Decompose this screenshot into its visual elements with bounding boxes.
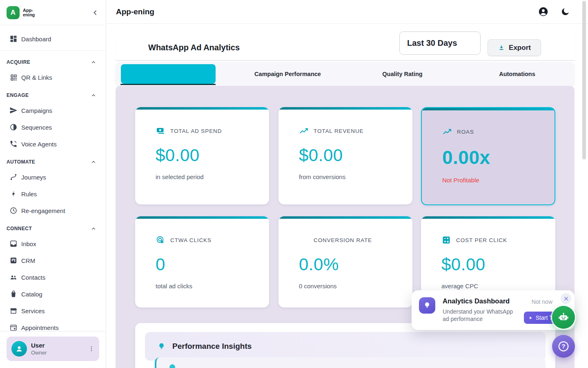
stat-caption: Not Profitable (442, 177, 555, 184)
ads-click-icon (156, 235, 165, 245)
chatbot-fab[interactable] (552, 306, 575, 329)
stat-label: CONVERSION RATE (314, 237, 372, 243)
tab-quality-rating[interactable]: Quality Rating (345, 62, 460, 86)
toast-body: Understand your WhatsApp ad performance (443, 308, 513, 323)
play-icon (528, 316, 533, 320)
onboarding-toast: Analytics Dashboard Understand your What… (412, 290, 575, 330)
date-range-select[interactable]: Last 30 Days (399, 31, 481, 55)
sidebar-logo-row: A App- ening (0, 0, 106, 25)
dashboard-icon (9, 34, 18, 43)
stat-value: $0.00 (299, 146, 412, 165)
moon-icon[interactable] (560, 7, 570, 17)
stat-caption: average CPC (441, 283, 555, 289)
sidebar: A App- ening Dashboard ACQUIRE QR & Lin (0, 0, 106, 368)
stat-value: 0.00x (442, 146, 555, 168)
insight-item (155, 357, 546, 368)
user-role: Owner (31, 350, 47, 356)
help-fab[interactable]: ? (552, 335, 575, 358)
inbox-icon (9, 239, 18, 248)
robot-icon (557, 311, 570, 323)
user-meta: User Owner (31, 342, 47, 356)
card-top-strip (278, 107, 412, 110)
sidebar-item-contacts[interactable]: Contacts (0, 269, 106, 285)
topbar-title: App-ening (116, 7, 154, 16)
sidebar-item-sequences[interactable]: Sequences (0, 119, 106, 135)
trending-up-icon (299, 126, 309, 136)
export-button[interactable]: Export (488, 39, 541, 56)
card-top-strip (135, 216, 269, 219)
card-top-strip (278, 216, 412, 219)
stat-caption: 0 conversions (299, 283, 412, 289)
calculate-icon (441, 235, 451, 245)
people-icon (9, 273, 18, 282)
more-vert-icon[interactable] (88, 345, 95, 352)
sidebar-collapse-icon[interactable] (91, 9, 99, 17)
not-now-button[interactable]: Not now (532, 298, 552, 305)
svg-text:?: ? (561, 343, 565, 350)
user-card[interactable]: User Owner (7, 337, 99, 361)
phone-icon (9, 139, 18, 148)
payments-icon (156, 126, 165, 136)
toast-lightbulb-badge (419, 297, 435, 314)
card-top-strip (135, 107, 269, 110)
sidebar-item-dashboard[interactable]: Dashboard (0, 31, 106, 47)
app-logo-text: App- ening (23, 8, 35, 17)
sidebar-section-automate[interactable]: AUTOMATE (0, 157, 106, 167)
card-top-strip (421, 216, 555, 219)
page-title: WhatsApp Ad Analytics (148, 43, 240, 52)
close-icon[interactable] (561, 293, 571, 304)
tab-active-underline (120, 84, 216, 85)
sidebar-section-engage[interactable]: ENGAGE (0, 90, 106, 100)
stat-value: $0.00 (156, 146, 269, 165)
chevron-up-icon (90, 225, 97, 232)
conversion-rate-icon-placeholder (299, 235, 309, 245)
avatar (11, 341, 27, 357)
tab-overview[interactable] (116, 62, 230, 86)
sidebar-item-services[interactable]: Services (0, 303, 106, 319)
stat-label: ROAS (457, 129, 474, 135)
route-icon (9, 173, 18, 182)
sidebar-footer: User Owner (0, 331, 106, 368)
stat-label: TOTAL AD SPEND (170, 128, 222, 134)
lightbulb-icon (423, 301, 431, 310)
scrollbar-thumb[interactable] (582, 1, 586, 159)
person-icon (14, 344, 24, 354)
sidebar-item-crm[interactable]: CRM (0, 252, 106, 269)
tab-automations[interactable]: Automations (460, 62, 575, 86)
sidebar-item-inbox[interactable]: Inbox (0, 236, 106, 252)
question-mark-icon: ? (557, 340, 570, 352)
stat-caption: in selected period (156, 173, 269, 180)
sidebar-item-re-engagement[interactable]: Re-engagement (0, 202, 106, 219)
stat-label: CTWA CLICKS (170, 237, 212, 243)
sidebar-item-voice-agents[interactable]: Voice Agents (0, 136, 106, 152)
sidebar-divider (0, 50, 106, 51)
bolt-icon (9, 189, 18, 198)
chevron-up-icon (90, 59, 97, 65)
stat-card-roas[interactable]: ROAS 0.00x Not Profitable (421, 107, 555, 205)
sidebar-item-campaigns[interactable]: Campaigns (0, 102, 106, 119)
performance-insights-header: Performance Insights (145, 332, 546, 361)
card-top-strip (422, 108, 555, 110)
sidebar-section-acquire[interactable]: ACQUIRE (0, 57, 106, 67)
kanban-icon (9, 256, 18, 265)
trending-up-icon (442, 127, 452, 137)
sidebar-item-catalog[interactable]: Catalog (0, 286, 106, 302)
sidebar-item-journeys[interactable]: Journeys (0, 169, 106, 185)
insights-title: Performance Insights (172, 342, 252, 351)
stat-value: 0.0% (299, 255, 412, 274)
storefront-icon (9, 306, 18, 315)
topbar: App-ening (106, 0, 588, 24)
stat-card-total-ad-spend: TOTAL AD SPEND $0.00 in selected period (135, 107, 269, 204)
insight-bullet-icon (169, 364, 175, 368)
download-icon (498, 44, 505, 52)
account-circle-icon[interactable] (538, 6, 549, 17)
sidebar-item-rules[interactable]: Rules (0, 186, 106, 202)
sidebar-section-connect[interactable]: CONNECT (0, 224, 106, 233)
chevron-up-icon (90, 92, 97, 99)
sidebar-item-qr-links[interactable]: QR & Links (0, 69, 106, 85)
contrast-icon (9, 123, 18, 132)
qr-code-icon (9, 73, 18, 82)
tab-campaign-performance[interactable]: Campaign Performance (230, 62, 345, 86)
stat-card-ctwa-clicks: CTWA CLICKS 0 total ad clicks (135, 216, 269, 307)
send-icon (9, 106, 18, 115)
